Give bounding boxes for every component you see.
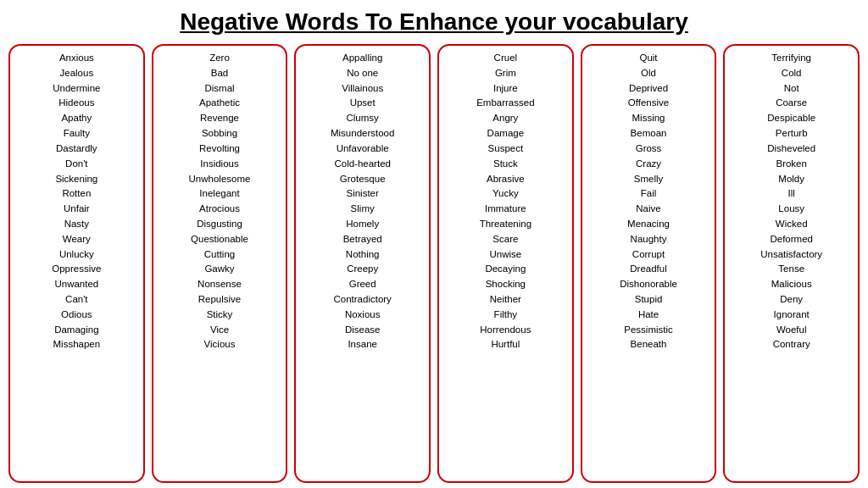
list-item: Deny [780, 292, 803, 308]
list-item: Clumsy [347, 111, 379, 126]
list-item: Cold-hearted [334, 157, 390, 172]
list-item: Dismal [204, 81, 234, 97]
list-item: Slimy [351, 202, 375, 217]
list-item: Grotesque [340, 172, 386, 187]
list-item: Moldy [778, 172, 804, 187]
list-item: Filthy [494, 308, 517, 323]
list-item: Rotten [62, 186, 91, 202]
list-item: Villainous [342, 81, 383, 97]
list-item: Odious [61, 308, 92, 323]
list-item: Ill [788, 186, 795, 202]
list-item: Upset [350, 96, 376, 111]
list-item: Malicious [771, 277, 812, 292]
list-item: Apathetic [199, 96, 240, 111]
list-item: Unlucky [59, 247, 94, 263]
list-item: Naughty [631, 232, 667, 247]
list-item: Terrifying [771, 51, 811, 66]
list-item: Appalling [342, 51, 382, 66]
list-item: Broken [776, 157, 806, 172]
list-item: Betrayed [343, 232, 382, 247]
list-item: Jealous [60, 66, 94, 81]
list-item: Threatening [480, 217, 531, 232]
list-item: Shocking [486, 277, 526, 292]
list-item: Weary [63, 232, 91, 247]
list-item: Quit [639, 51, 657, 66]
list-item: Perturb [776, 126, 808, 141]
list-item: Misshapen [53, 337, 101, 352]
page-title: Negative Words To Enhance your vocabular… [180, 8, 688, 36]
list-item: Faulty [64, 126, 90, 141]
list-item: Coarse [776, 96, 807, 111]
list-item: Sinister [347, 186, 379, 202]
list-item: Hurtful [491, 337, 520, 352]
list-item: Menacing [627, 217, 670, 232]
list-item: Sticky [207, 308, 233, 323]
list-item: Dastardly [56, 141, 97, 157]
word-column-4: CruelGrimInjureEmbarrassedAngryDamageSus… [437, 44, 574, 483]
list-item: Hate [638, 308, 659, 323]
list-item: Dishonorable [620, 277, 677, 292]
list-item: Old [641, 66, 656, 81]
list-item: Contradictory [333, 292, 391, 308]
list-item: Disease [345, 323, 381, 338]
list-item: Stupid [635, 292, 663, 308]
list-item: Vicious [204, 337, 236, 352]
list-item: Tense [778, 262, 804, 277]
list-item: Stuck [493, 157, 518, 172]
list-item: Unsatisfactory [760, 247, 822, 263]
list-item: Noxious [345, 308, 381, 323]
list-item: Unwanted [54, 277, 98, 292]
list-item: Inelegant [199, 186, 239, 202]
word-column-3: AppallingNo oneVillainousUpsetClumsyMisu… [294, 44, 431, 483]
list-item: Damaging [54, 323, 98, 338]
list-item: Embarrassed [476, 96, 534, 111]
list-item: Repulsive [198, 292, 242, 308]
list-item: Decaying [485, 262, 526, 277]
list-item: Gawky [204, 262, 234, 277]
list-item: Apathy [61, 111, 92, 126]
list-item: Injure [493, 81, 518, 97]
list-item: Don't [65, 157, 88, 172]
list-item: Damage [487, 126, 524, 141]
list-item: Gross [636, 141, 662, 157]
list-item: Sickening [55, 172, 97, 187]
list-item: Suspect [488, 141, 524, 157]
word-column-5: QuitOldDeprivedOffensiveMissingBemoanGro… [581, 44, 717, 483]
list-item: Abrasive [487, 172, 525, 187]
list-item: Missing [632, 111, 665, 126]
list-item: Scare [492, 232, 518, 247]
list-item: Vice [210, 323, 229, 338]
list-item: Woeful [776, 323, 807, 338]
list-item: Can't [65, 292, 88, 308]
list-item: Sobbing [202, 126, 237, 141]
list-item: Not [784, 81, 799, 97]
list-item: Revenge [200, 111, 239, 126]
list-item: Offensive [628, 96, 669, 111]
list-item: Lousy [778, 202, 804, 217]
list-item: Angry [492, 111, 518, 126]
list-item: Ignorant [774, 308, 810, 323]
list-item: Beneath [631, 337, 667, 352]
list-item: Bad [211, 66, 228, 81]
list-item: Bemoan [631, 126, 667, 141]
list-item: Naive [636, 202, 660, 217]
list-item: Revolting [199, 141, 240, 157]
list-item: Dreadful [630, 262, 666, 277]
list-item: Cold [782, 66, 802, 81]
word-column-2: ZeroBadDismalApatheticRevengeSobbingRevo… [152, 44, 288, 483]
list-item: No one [347, 66, 378, 81]
list-item: Insidious [200, 157, 238, 172]
list-item: Misunderstood [331, 126, 394, 141]
list-item: Creepy [347, 262, 378, 277]
word-column-1: AnxiousJealousUndermineHideousApathyFaul… [8, 44, 145, 483]
word-column-6: TerrifyingColdNotCoarseDespicablePerturb… [723, 44, 860, 483]
list-item: Unwise [489, 247, 521, 263]
list-item: Contrary [773, 337, 810, 352]
list-item: Unwholesome [189, 172, 251, 187]
list-item: Corrupt [632, 247, 665, 263]
list-item: Pessimistic [624, 323, 673, 338]
list-item: Deprived [629, 81, 668, 97]
list-item: Grim [495, 66, 516, 81]
list-item: Unfavorable [337, 141, 389, 157]
list-item: Cutting [204, 247, 235, 263]
